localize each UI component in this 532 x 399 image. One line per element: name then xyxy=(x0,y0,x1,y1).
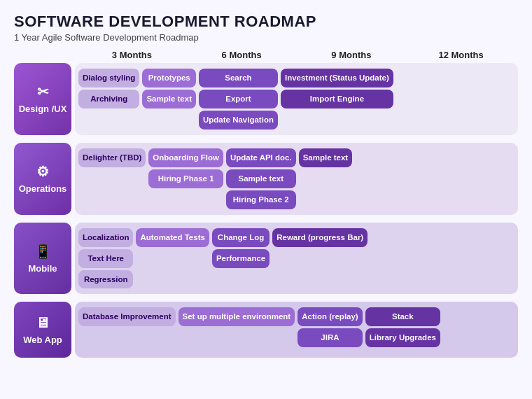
roadmap-row-design: ✂Design /UXDialog stylingArchivingProtot… xyxy=(14,63,518,135)
col-9months-webapp: Action (replay)JIRA xyxy=(298,305,363,354)
page-subtitle: 1 Year Agile Software Development Roadma… xyxy=(14,32,518,43)
card-item: Update API doc. xyxy=(226,148,296,167)
card-item: Archiving xyxy=(78,90,139,108)
card-item: Performance xyxy=(212,249,270,268)
category-label-design: Design /UX xyxy=(19,104,67,115)
card-item: Import Engine xyxy=(281,90,393,108)
col-3months-design: Dialog stylingArchiving xyxy=(78,66,139,132)
card-item: Sample text xyxy=(226,169,296,188)
card-item: JIRA xyxy=(298,328,363,347)
category-label-mobile: Mobile xyxy=(28,263,57,275)
card-item: Hiring Phase 1 xyxy=(148,169,223,188)
page-title: SOFTWARE DEVELOPMENT ROADMAP xyxy=(14,13,518,31)
card-item: Onboarding Flow xyxy=(148,148,223,167)
design-icon: ✂ xyxy=(37,83,49,101)
category-operations: ⚙Operations xyxy=(14,143,71,215)
card-item: Automated Tests xyxy=(136,228,209,247)
card-item: Library Upgrades xyxy=(365,328,440,347)
roadmap-row-mobile: 📱MobileLocalizationText HereRegressionAu… xyxy=(14,223,518,295)
timeline-operations: Delighter (TBD)Onboarding FlowHiring Pha… xyxy=(75,143,518,215)
mobile-icon: 📱 xyxy=(34,242,52,260)
col-9months-operations: Update API doc.Sample textHiring Phase 2 xyxy=(226,146,296,211)
card-item: Update Navigation xyxy=(199,111,278,130)
card-item: Sample text xyxy=(299,148,353,167)
col-3months-mobile: LocalizationText HereRegression xyxy=(78,226,133,291)
card-item: Set up multiple environment xyxy=(178,307,295,326)
timeline-mobile: LocalizationText HereRegressionAutomated… xyxy=(75,223,518,295)
col-3months-operations: Delighter (TBD) xyxy=(78,146,146,211)
card-item: Delighter (TBD) xyxy=(78,148,146,167)
card-item: Sample text xyxy=(142,90,196,108)
card-item: Regression xyxy=(78,270,133,289)
category-webapp: 🖥Web App xyxy=(14,302,71,358)
card-item: Dialog styling xyxy=(78,69,139,88)
card-item: Prototypes xyxy=(142,69,196,88)
operations-icon: ⚙ xyxy=(36,162,49,181)
column-header-9months: 9 Months xyxy=(298,50,405,60)
card-item: Investment (Status Update) xyxy=(281,69,393,88)
col-6months-mobile: Automated Tests xyxy=(136,226,209,291)
timeline-design: Dialog stylingArchivingPrototypesSample … xyxy=(75,63,518,135)
col-9months-design: SearchExportUpdate Navigation xyxy=(199,66,278,132)
card-item: Text Here xyxy=(78,249,133,268)
category-mobile: 📱Mobile xyxy=(14,223,71,295)
col-9months-mobile: Change LogPerformance xyxy=(212,226,270,291)
card-item: Localization xyxy=(78,228,133,247)
col-6months-operations: Onboarding FlowHiring Phase 1 xyxy=(148,146,223,211)
col-3months-webapp: Database Improvement xyxy=(78,305,176,354)
col-12months-mobile: Reward (progress Bar) xyxy=(272,226,368,291)
card-item: Action (replay) xyxy=(298,307,363,326)
category-label-operations: Operations xyxy=(19,183,67,195)
col-6months-webapp: Set up multiple environment xyxy=(178,305,295,354)
roadmap-row-webapp: 🖥Web AppDatabase ImprovementSet up multi… xyxy=(14,302,518,358)
category-design: ✂Design /UX xyxy=(14,63,71,135)
col-12months-webapp: StackLibrary Upgrades xyxy=(365,305,440,354)
column-header-3months: 3 Months xyxy=(78,50,186,60)
column-header-12months: 12 Months xyxy=(407,50,514,60)
roadmap-row-operations: ⚙OperationsDelighter (TBD)Onboarding Flo… xyxy=(14,143,518,215)
card-item: Export xyxy=(199,90,278,108)
card-item: Change Log xyxy=(212,228,270,247)
timeline-webapp: Database ImprovementSet up multiple envi… xyxy=(75,302,518,358)
card-item: Reward (progress Bar) xyxy=(272,228,368,247)
card-item: Database Improvement xyxy=(78,307,176,326)
col-12months-design: Investment (Status Update)Import Engine xyxy=(281,66,393,132)
column-header-6months: 6 Months xyxy=(188,50,295,60)
col-12months-operations: Sample text xyxy=(299,146,353,211)
category-label-webapp: Web App xyxy=(23,335,62,346)
card-item: Hiring Phase 2 xyxy=(226,190,296,209)
col-6months-design: PrototypesSample text xyxy=(142,66,196,132)
webapp-icon: 🖥 xyxy=(36,314,50,332)
card-item: Stack xyxy=(365,307,440,326)
card-item: Search xyxy=(199,69,278,88)
